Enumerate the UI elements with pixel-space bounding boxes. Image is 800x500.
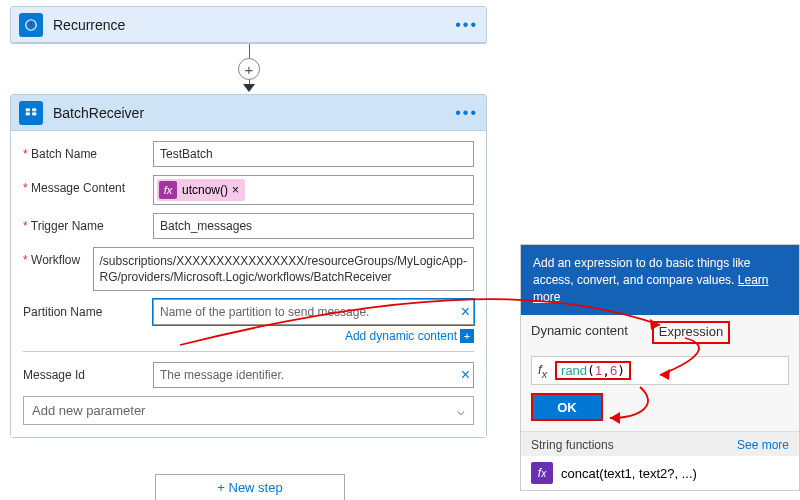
svg-rect-3	[32, 108, 36, 111]
see-more-link[interactable]: See more	[737, 438, 789, 452]
expression-value: rand(1,6)	[555, 361, 631, 380]
expression-panel: Add an expression to do basic things lik…	[520, 244, 800, 491]
batch-title: BatchReceiver	[53, 105, 455, 121]
connector: +	[245, 44, 255, 94]
trigger-name-input[interactable]: Batch_messages	[153, 213, 474, 239]
batch-body: Batch Name TestBatch Message Content fx …	[11, 131, 486, 437]
ok-button[interactable]: OK	[531, 393, 603, 421]
batch-name-input[interactable]: TestBatch	[153, 141, 474, 167]
clear-icon[interactable]: ×	[461, 303, 470, 321]
plus-icon: +	[460, 329, 474, 343]
message-content-label: Message Content	[23, 175, 153, 195]
tab-expression[interactable]: Expression	[652, 321, 730, 344]
clear-icon[interactable]: ×	[461, 366, 470, 384]
batch-name-label: Batch Name	[23, 141, 153, 161]
add-parameter-select[interactable]: Add new parameter ⌵	[23, 396, 474, 425]
chevron-down-icon: ⌵	[457, 403, 465, 418]
tag-text: utcnow()	[182, 183, 228, 197]
batch-menu[interactable]: •••	[455, 104, 478, 122]
add-dynamic-content-link[interactable]: Add dynamic content+	[153, 328, 474, 343]
new-step-button[interactable]: + New step	[155, 474, 345, 500]
recurrence-header[interactable]: Recurrence •••	[11, 7, 486, 43]
batch-icon	[19, 101, 43, 125]
recurrence-card: Recurrence •••	[10, 6, 487, 44]
svg-rect-2	[26, 112, 30, 115]
expression-input[interactable]: fx rand(1,6)	[531, 356, 789, 385]
fx-icon: fx	[159, 181, 177, 199]
function-concat[interactable]: fx concat(text1, text2?, ...)	[521, 456, 799, 490]
partition-name-label: Partition Name	[23, 299, 153, 319]
recurrence-title: Recurrence	[53, 17, 455, 33]
divider	[23, 351, 474, 352]
batch-header[interactable]: BatchReceiver •••	[11, 95, 486, 131]
workflow-label: Workflow	[23, 247, 93, 267]
message-id-input[interactable]: The message identifier.	[153, 362, 474, 388]
fx-icon: fx	[531, 462, 553, 484]
tab-dynamic-content[interactable]: Dynamic content	[531, 323, 628, 344]
add-step-icon[interactable]: +	[238, 58, 260, 80]
partition-name-input[interactable]: Name of the partition to send message.	[153, 299, 474, 325]
svg-rect-1	[26, 108, 30, 111]
string-functions-header: String functions See more	[521, 431, 799, 456]
tag-remove-icon[interactable]: ×	[232, 183, 239, 197]
expression-tag[interactable]: fx utcnow() ×	[157, 179, 245, 201]
batch-card: BatchReceiver ••• Batch Name TestBatch M…	[10, 94, 487, 438]
panel-tabs: Dynamic content Expression	[521, 315, 799, 344]
svg-rect-4	[32, 112, 36, 115]
add-parameter-label: Add new parameter	[32, 403, 145, 418]
trigger-name-label: Trigger Name	[23, 213, 153, 233]
fx-icon: fx	[538, 362, 547, 380]
message-content-input[interactable]: fx utcnow() ×	[153, 175, 474, 205]
arrow-down-icon	[243, 84, 255, 92]
message-id-label: Message Id	[23, 362, 153, 382]
recurrence-menu[interactable]: •••	[455, 16, 478, 34]
clock-icon	[19, 13, 43, 37]
workflow-input[interactable]: /subscriptions/XXXXXXXXXXXXXXXX/resource…	[93, 247, 475, 291]
panel-header: Add an expression to do basic things lik…	[521, 245, 799, 315]
